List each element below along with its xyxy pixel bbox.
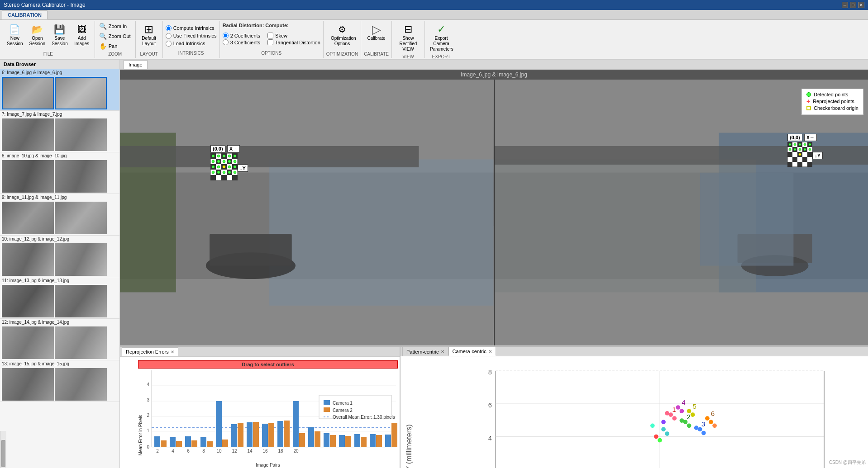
sidebar-item-10[interactable]: 10: image_12.jpg & image_12.jpg xyxy=(0,236,119,277)
tangential-checkbox[interactable] xyxy=(267,39,273,45)
coeff3-radio[interactable] xyxy=(223,39,229,45)
origin-label: Checkerboard origin xyxy=(814,105,858,111)
data-browser-label: Data Browser xyxy=(4,61,36,67)
skew-checkbox[interactable] xyxy=(267,33,273,38)
sidebar-header: Data Browser xyxy=(0,60,119,69)
sidebar-item-13-images xyxy=(0,367,119,402)
svg-rect-89 xyxy=(161,440,167,447)
camera-centric-close[interactable]: ✕ xyxy=(488,349,492,354)
sidebar-scrollbar[interactable] xyxy=(0,431,6,468)
tab-calibration[interactable]: CALIBRATION xyxy=(2,10,48,19)
window-controls: ─ □ ✕ xyxy=(842,2,864,8)
svg-rect-61 xyxy=(802,157,807,162)
sidebar-thumb-10-left xyxy=(2,243,54,276)
ribbon-group-calibrate: ▷ Calibrate CALIBRATE xyxy=(361,21,392,58)
svg-point-178 xyxy=(661,420,666,424)
add-images-button[interactable]: 🖼 AddImages xyxy=(72,22,92,48)
pan-label: Pan xyxy=(109,43,118,49)
right-checkerboard-marker: (0,0) X→ xyxy=(787,134,823,167)
pan-button[interactable]: ✋ Pan xyxy=(98,42,119,51)
tab-pattern-centric[interactable]: Pattern-centric ✕ xyxy=(402,347,448,356)
zoom-in-icon: 🔍 xyxy=(100,23,107,30)
svg-point-175 xyxy=(709,420,713,424)
drag-hint[interactable]: Drag to select outliers xyxy=(138,360,398,369)
reprojection-tab-close[interactable]: ✕ xyxy=(171,350,174,355)
open-session-button[interactable]: 📂 OpenSession xyxy=(27,22,48,48)
sidebar-thumb-7-right xyxy=(55,118,107,151)
reprojection-tab-label: Reprojection Errors xyxy=(126,349,169,355)
ribbon-tabs: CALIBRATION xyxy=(0,10,868,20)
export-camera-button[interactable]: ✓ Export CameraParameters xyxy=(428,22,455,53)
svg-rect-107 xyxy=(299,433,305,447)
minimize-button[interactable]: ─ xyxy=(842,2,848,8)
sidebar-item-11[interactable]: 11: image_13.jpg & image_13.jpg xyxy=(0,277,119,319)
default-layout-button[interactable]: ⊞ DefaultLayout xyxy=(139,22,159,48)
svg-rect-57 xyxy=(787,152,792,157)
load-intrinsics-label: Load Intrinsics xyxy=(173,41,205,46)
tab-camera-centric[interactable]: Camera-centric ✕ xyxy=(448,347,496,356)
svg-point-22 xyxy=(212,155,215,157)
svg-text:4: 4 xyxy=(488,435,492,442)
scrollbar-thumb[interactable] xyxy=(1,440,5,467)
svg-rect-64 xyxy=(807,162,812,167)
sidebar-item-6[interactable]: 6: Image_6.jpg & Image_6.jpg xyxy=(0,69,119,111)
right-checkerboard xyxy=(787,142,812,167)
svg-point-166 xyxy=(701,431,706,435)
file-buttons: 📄 NewSession 📂 OpenSession 💾 SaveSession… xyxy=(5,22,92,51)
save-session-label: SaveSession xyxy=(52,36,68,47)
sidebar-item-13[interactable]: 13: image_15.jpg & image_15.jpg xyxy=(0,360,119,402)
load-intrinsics-radio[interactable] xyxy=(166,41,172,47)
svg-rect-108 xyxy=(308,427,314,447)
svg-point-180 xyxy=(650,423,655,428)
pan-icon: ✋ xyxy=(100,43,107,50)
left-scene-svg xyxy=(120,80,494,345)
svg-text:Camera 1: Camera 1 xyxy=(333,401,353,406)
zoom-out-button[interactable]: 🔍 Zoom Out xyxy=(98,32,133,41)
svg-point-25 xyxy=(228,155,231,157)
calibrate-button[interactable]: ▷ Calibrate xyxy=(365,22,388,43)
show-rectified-button[interactable]: ⊟ Show RectifiedVIEW xyxy=(395,22,422,53)
intrinsics-group-label: INTRINSICS xyxy=(166,50,217,56)
layout-group-label: LAYOUT xyxy=(140,51,158,57)
svg-rect-90 xyxy=(170,437,176,447)
svg-point-34 xyxy=(223,165,225,168)
pattern-centric-close[interactable]: ✕ xyxy=(441,349,444,354)
svg-rect-133 xyxy=(324,407,330,412)
svg-point-40 xyxy=(228,171,231,174)
sidebar-item-7-label: 7: Image_7.jpg & Image_7.jpg xyxy=(0,111,119,118)
sidebar-item-12-label: 12: image_14.jpg & image_14.jpg xyxy=(0,319,119,326)
ribbon-group-zoom: 🔍 Zoom In 🔍 Zoom Out ✋ Pan ZOOM xyxy=(95,21,136,58)
sidebar-item-9[interactable]: 9: image_11.jpg & image_11.jpg xyxy=(0,194,119,236)
layout-buttons: ⊞ DefaultLayout xyxy=(139,22,159,51)
coeff2-radio[interactable] xyxy=(223,33,229,38)
tab-reprojection[interactable]: Reprojection Errors ✕ xyxy=(122,347,178,356)
maximize-button[interactable]: □ xyxy=(850,2,856,8)
zoom-out-icon: 🔍 xyxy=(100,33,107,40)
sidebar-thumb-6-left xyxy=(2,77,54,109)
options-col2: Skew Tangential Distortion xyxy=(267,33,320,45)
compute-intrinsics-radio[interactable] xyxy=(166,25,172,31)
optimization-group-label: OPTIMIZATION xyxy=(326,51,358,57)
image-panel: Image_6.jpg & Image_6.jpg xyxy=(120,70,868,345)
svg-rect-4 xyxy=(269,159,493,305)
sidebar-item-8[interactable]: 8: image_10.jpg & image_10.jpg xyxy=(0,152,119,194)
sidebar-item-12[interactable]: 12: image_14.jpg & image_14.jpg xyxy=(0,319,119,360)
watermark: CSDN @四平先弟 xyxy=(829,459,866,466)
use-fixed-radio[interactable] xyxy=(166,33,172,39)
sidebar-item-12-images xyxy=(0,326,119,360)
sidebar-item-11-images xyxy=(0,284,119,318)
scatter-points: Ζ 1 2 3 4 5 6 xyxy=(650,399,781,468)
svg-rect-98 xyxy=(231,424,237,447)
save-session-button[interactable]: 💾 SaveSession xyxy=(49,22,70,48)
sidebar-item-7[interactable]: 7: Image_7.jpg & Image_7.jpg xyxy=(0,111,119,152)
chart-area: Mean Error in Pixels Drag to select outl… xyxy=(120,357,400,468)
optimization-options-button[interactable]: ⚙ OptimizationOptions xyxy=(329,22,356,48)
new-session-button[interactable]: 📄 NewSession xyxy=(5,22,25,48)
ribbon-group-view: ⊟ Show RectifiedVIEW VIEW xyxy=(392,21,425,58)
close-button[interactable]: ✕ xyxy=(858,2,864,8)
tab-image[interactable]: Image xyxy=(124,60,148,69)
zoom-in-button[interactable]: 🔍 Zoom In xyxy=(98,22,129,31)
svg-text:6: 6 xyxy=(488,402,492,409)
legend-box: Detected points + Reprojected points Che… xyxy=(801,89,863,115)
reprojected-cross: + xyxy=(806,98,810,104)
